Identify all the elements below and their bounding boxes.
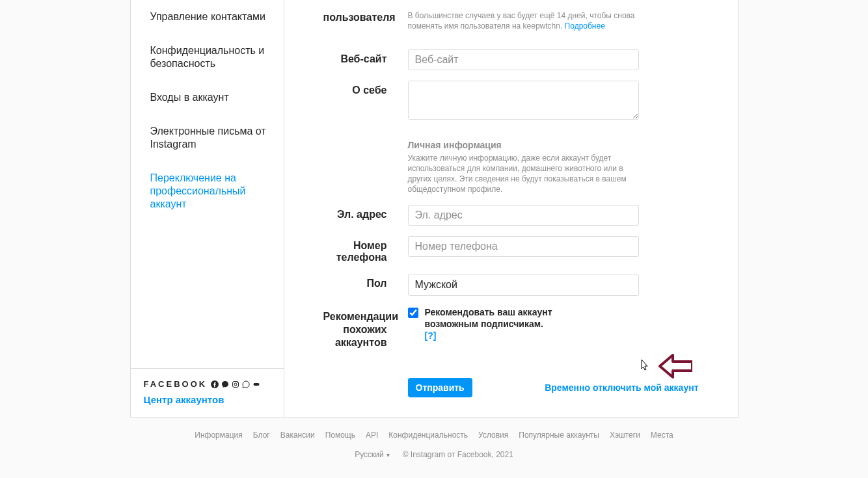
sidebar-item-label: Входы в аккаунт xyxy=(150,92,229,103)
email-row: Эл. адрес xyxy=(323,205,699,226)
bio-label: О себе xyxy=(323,81,408,122)
username-row: пользователя В большинстве случаев у вас… xyxy=(323,10,699,31)
submit-button[interactable]: Отправить xyxy=(408,378,472,397)
similar-help-link[interactable]: [?] xyxy=(425,330,437,341)
footer-link[interactable]: Хэштеги xyxy=(610,431,640,440)
footer-link[interactable]: Вакансии xyxy=(280,431,315,440)
website-row: Веб-сайт xyxy=(323,49,699,70)
footer-link[interactable]: Конфиденциальность xyxy=(388,431,468,440)
footer-links: Информация Блог Вакансии Помощь API Конф… xyxy=(130,431,739,440)
disable-account-link[interactable]: Временно отключить мой аккаунт xyxy=(545,382,698,393)
website-label: Веб-сайт xyxy=(323,49,408,70)
email-label: Эл. адрес xyxy=(323,205,408,226)
similar-accounts-checkbox-label: Рекомендовать ваш аккаунт возможным подп… xyxy=(425,306,555,341)
gender-select[interactable]: Мужской xyxy=(408,274,639,296)
similar-accounts-row: Рекомендации похожих аккаунтов Рекомендо… xyxy=(323,306,699,349)
sidebar-item-emails[interactable]: Электронные письма от Instagram xyxy=(131,114,284,161)
website-input[interactable] xyxy=(408,49,639,70)
bio-row: О себе xyxy=(323,81,699,122)
personal-info-heading-row: Личная информация Укажите личную информа… xyxy=(323,140,699,194)
facebook-brand-row: FACEBOOK xyxy=(144,379,271,389)
phone-input[interactable] xyxy=(408,236,639,257)
language-select[interactable]: Русский ▾ xyxy=(355,450,390,459)
sidebar-item-switch-pro[interactable]: Переключение на профессиональный аккаунт xyxy=(131,161,284,221)
footer-link[interactable]: Помощь xyxy=(325,431,355,440)
svg-point-3 xyxy=(237,382,237,382)
sidebar-item-label: Конфиденциальность и безопасность xyxy=(150,45,265,69)
oculus-icon xyxy=(252,380,260,388)
similar-checkbox-text: Рекомендовать ваш аккаунт возможным подп… xyxy=(425,307,552,329)
gender-value: Мужской xyxy=(415,279,457,291)
sidebar-footer: FACEBOOK Центр аккаунтов xyxy=(131,368,284,417)
gender-label: Пол xyxy=(323,274,408,296)
disable-account-label: Временно отключить мой аккаунт xyxy=(545,382,698,393)
gender-row: Пол Мужской xyxy=(323,274,699,296)
facebook-apps-icons xyxy=(211,380,260,388)
facebook-wordmark: FACEBOOK xyxy=(144,379,208,389)
messenger-icon xyxy=(221,380,229,388)
chevron-down-icon: ▾ xyxy=(387,451,390,458)
bio-textarea[interactable] xyxy=(408,81,639,120)
similar-accounts-label: Рекомендации похожих аккаунтов xyxy=(323,306,408,349)
instagram-icon xyxy=(232,380,239,388)
whatsapp-icon xyxy=(242,380,250,388)
accounts-center-label: Центр аккаунтов xyxy=(144,394,224,405)
cursor-pointer-icon xyxy=(638,358,651,376)
footer-link[interactable]: Популярные аккаунты xyxy=(519,431,599,440)
username-label: пользователя xyxy=(323,10,408,31)
footer-link[interactable]: API xyxy=(366,431,378,440)
sidebar: Управление контактами Конфиденциальность… xyxy=(131,0,284,417)
username-help-text: В большинстве случаев у вас будет ещё 14… xyxy=(408,10,639,31)
footer-link[interactable]: Условия xyxy=(478,431,508,440)
phone-row: Номер телефона xyxy=(323,236,699,263)
page-footer: Информация Блог Вакансии Помощь API Конф… xyxy=(130,431,739,478)
svg-rect-4 xyxy=(254,383,260,386)
email-input[interactable] xyxy=(408,205,639,226)
annotation-arrow-icon xyxy=(658,354,692,380)
copyright-text: © Instagram от Facebook, 2021 xyxy=(403,450,513,459)
facebook-icon xyxy=(211,380,219,388)
phone-label: Номер телефона xyxy=(323,236,408,263)
footer-link[interactable]: Места xyxy=(651,431,673,440)
language-label: Русский xyxy=(355,450,384,459)
sidebar-item-label: Электронные письма от Instagram xyxy=(150,126,266,150)
accounts-center-link[interactable]: Центр аккаунтов xyxy=(144,394,271,405)
sidebar-item-privacy[interactable]: Конфиденциальность и безопасность xyxy=(131,34,284,81)
sidebar-nav: Управление контактами Конфиденциальность… xyxy=(131,0,284,368)
footer-bottom: Русский ▾ © Instagram от Facebook, 2021 xyxy=(130,450,739,478)
settings-panel: Управление контактами Конфиденциальность… xyxy=(130,0,739,418)
sidebar-item-label: Переключение на профессиональный аккаунт xyxy=(150,172,246,209)
personal-info-heading: Личная информация xyxy=(408,140,699,150)
sidebar-item-login-activity[interactable]: Входы в аккаунт xyxy=(131,81,284,114)
sidebar-item-label: Управление контактами xyxy=(150,11,266,22)
similar-accounts-checkbox[interactable] xyxy=(408,308,418,318)
personal-info-text: Укажите личную информацию, даже если акк… xyxy=(408,153,639,194)
submit-button-label: Отправить xyxy=(416,382,465,393)
username-help-link[interactable]: Подробнее xyxy=(565,21,605,31)
sidebar-item-contacts[interactable]: Управление контактами xyxy=(131,0,284,34)
footer-link[interactable]: Блог xyxy=(253,431,270,440)
svg-point-2 xyxy=(234,383,237,386)
footer-link[interactable]: Информация xyxy=(195,431,242,440)
